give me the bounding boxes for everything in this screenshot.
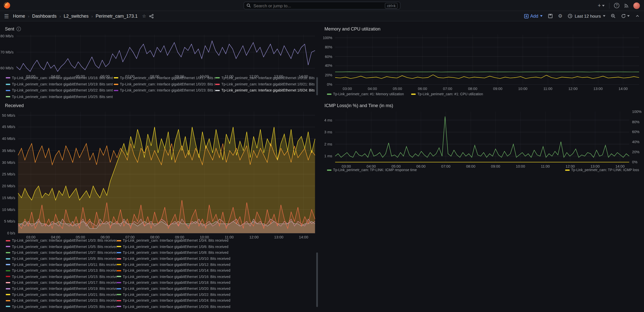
- legend-series-marker: [117, 270, 121, 271]
- panel-title-label: Received: [5, 103, 24, 108]
- received-chart[interactable]: 50 Mb/s45 Mb/s40 Mb/s35 Mb/s30 Mb/s25 Mb…: [18, 112, 315, 233]
- panel-title-label: Sent: [5, 26, 14, 31]
- settings-gear-icon[interactable]: ⚙: [558, 14, 563, 19]
- avatar[interactable]: [633, 2, 640, 9]
- legend-item[interactable]: Tp-Link_perimetr_cam: Interface gigabitE…: [6, 76, 114, 80]
- add-button[interactable]: Add: [524, 14, 542, 19]
- legend-item[interactable]: Tp-Link_perimetr_cam: Interface gigabitE…: [215, 76, 315, 80]
- legend-item[interactable]: Tp-Link_perimetr_cam: Interface gigabitE…: [6, 251, 117, 255]
- legend-item[interactable]: Tp-Link_perimetr_cam: Interface gigabitE…: [6, 274, 117, 278]
- share-icon[interactable]: [149, 14, 154, 18]
- sent-chart[interactable]: 80 Mb/s70 Mb/s60 Mb/s03:0004:0005:0006:0…: [16, 35, 315, 72]
- panel-title-received[interactable]: Received: [5, 103, 24, 108]
- legend-series-label: Tp-Link_perimetr_cam: Interface gigabitE…: [120, 76, 215, 80]
- legend-item[interactable]: Tp-Link_perimetr_cam: TP-LINK: ICMP resp…: [327, 168, 417, 172]
- divider: [609, 3, 610, 9]
- time-range-picker[interactable]: Last 12 hours: [568, 14, 605, 19]
- topbar-actions: + ?: [598, 0, 640, 11]
- legend-series-marker: [6, 252, 10, 253]
- breadcrumb-home[interactable]: Home: [13, 14, 25, 19]
- news-rss-icon[interactable]: [624, 3, 629, 8]
- y-tick-label: 60%: [325, 54, 332, 58]
- breadcrumb-dashboards[interactable]: Dashboards: [32, 14, 57, 19]
- search-box[interactable]: ctrl+k: [244, 2, 400, 10]
- refresh-button[interactable]: [621, 14, 630, 19]
- legend-item[interactable]: Tp-Link_perimetr_cam: Interface gigabitE…: [117, 263, 314, 267]
- legend-item[interactable]: Tp-Link_perimetr_cam: Interface gigabitE…: [6, 293, 117, 297]
- legend-series-marker: [215, 77, 220, 79]
- y-tick-label: 70 Mb/s: [1, 50, 14, 54]
- y-tick-label: 100%: [323, 36, 332, 40]
- legend-series-marker: [6, 240, 10, 241]
- search-input[interactable]: [253, 3, 383, 8]
- panel-title-memory[interactable]: Memory and CPU utilization: [325, 26, 380, 31]
- legend-item[interactable]: Tp-Link_perimetr_cam: Interface gigabitE…: [117, 257, 314, 261]
- legend-item[interactable]: Tp-Link_perimetr_cam: Interface gigabitE…: [6, 299, 117, 303]
- legend-item[interactable]: Tp-Link_perimetr_cam: #1: Memory utiliza…: [327, 92, 404, 96]
- legend-series-marker: [565, 169, 569, 171]
- legend-item[interactable]: Tp-Link_perimetr_cam: Interface gigabitE…: [6, 245, 117, 249]
- legend-item[interactable]: Tp-Link_perimetr_cam: Interface gigabitE…: [6, 280, 117, 285]
- y-tick-label: 2 ms: [324, 142, 332, 146]
- legend-item[interactable]: Tp-Link_perimetr_cam: Interface gigabitE…: [6, 304, 117, 308]
- legend-item[interactable]: Tp-Link_perimetr_cam: Interface gigabitE…: [117, 239, 314, 243]
- legend-series-marker: [6, 258, 10, 259]
- legend-item[interactable]: Tp-Link_perimetr_cam: Interface gigabitE…: [117, 299, 314, 303]
- legend-item[interactable]: Tp-Link_perimetr_cam: Interface gigabitE…: [114, 82, 215, 86]
- y-tick-label: 40%: [632, 140, 639, 144]
- zoom-out-icon[interactable]: [611, 14, 616, 19]
- legend-item[interactable]: Tp-Link_perimetr_cam: Interface gigabitE…: [117, 280, 314, 285]
- legend-item[interactable]: Tp-Link_perimetr_cam: Interface gigabitE…: [114, 88, 215, 92]
- panel-info-icon[interactable]: i: [16, 26, 21, 31]
- legend-item[interactable]: Tp-Link_perimetr_cam: Interface gigabitE…: [215, 82, 315, 86]
- legend-item[interactable]: Tp-Link_perimetr_cam: Interface gigabitE…: [6, 269, 117, 273]
- legend-item[interactable]: Tp-Link_perimetr_cam: Interface gigabitE…: [6, 95, 114, 99]
- legend-item[interactable]: Tp-Link_perimetr_cam: Interface gigabitE…: [6, 263, 117, 267]
- breadcrumb-separator: ›: [60, 14, 61, 18]
- icmp-chart[interactable]: 4 ms3 ms2 ms1 ms100%80%60%40%20%0%03:000…: [335, 112, 629, 162]
- legend-item[interactable]: Tp-Link_perimetr_cam: #1: CPU utilizatio…: [411, 92, 483, 96]
- legend-item[interactable]: Tp-Link_perimetr_cam: Interface gigabitE…: [6, 287, 117, 291]
- legend-series-marker: [117, 252, 121, 253]
- panel-title-icmp[interactable]: ICMP Loss(in %) and Time (in ms): [325, 103, 393, 108]
- legend-item[interactable]: Tp-Link_perimetr_cam: Interface gigabitE…: [6, 88, 114, 92]
- star-icon[interactable]: ☆: [142, 14, 146, 18]
- legend-item[interactable]: Tp-Link_perimetr_cam: Interface gigabitE…: [117, 287, 314, 291]
- panel-title-label: ICMP Loss(in %) and Time (in ms): [325, 103, 393, 108]
- menu-icon[interactable]: ☰: [4, 13, 9, 19]
- legend-series-label: Tp-Link_perimetr_cam: Interface gigabitE…: [12, 287, 116, 291]
- legend-item[interactable]: Tp-Link_perimetr_cam: Interface gigabitE…: [6, 239, 117, 243]
- add-button-label: Add: [530, 14, 538, 19]
- legend-series-label: Tp-Link_perimetr_cam: #1: CPU utilizatio…: [418, 92, 483, 96]
- legend-series-marker: [6, 306, 10, 307]
- help-icon[interactable]: ?: [614, 3, 619, 8]
- x-tick-label: 12:00: [568, 87, 578, 91]
- legend-item[interactable]: Tp-Link_perimetr_cam: Interface gigabitE…: [117, 245, 314, 249]
- legend-item[interactable]: Tp-Link_perimetr_cam: TP-LINK: ICMP loss: [565, 168, 639, 172]
- search-icon: [246, 3, 251, 8]
- memory-cpu-chart[interactable]: 100%80%60%40%20%0%03:0004:0005:0006:0007…: [335, 35, 639, 85]
- panel-title-sent[interactable]: Sent i: [5, 26, 21, 31]
- legend-item[interactable]: Tp-Link_perimetr_cam: Interface gigabitE…: [6, 257, 117, 261]
- legend-item[interactable]: Tp-Link_perimetr_cam: Interface gigabitE…: [117, 274, 314, 278]
- sent-legend-scrollbar[interactable]: [316, 77, 318, 95]
- legend-item[interactable]: Tp-Link_perimetr_cam: Interface gigabitE…: [117, 251, 314, 255]
- x-tick-label: 13:00: [593, 87, 603, 91]
- legend-item[interactable]: Tp-Link_perimetr_cam: Interface gigabitE…: [114, 76, 215, 80]
- breadcrumb-folder[interactable]: L2_switches: [64, 14, 89, 19]
- top-bar: ctrl+k + ?: [0, 0, 644, 11]
- breadcrumb-dashboard-title[interactable]: Perimetr_cam_173.1: [96, 14, 137, 19]
- grafana-logo-icon[interactable]: [3, 2, 11, 9]
- legend-item[interactable]: Tp-Link_perimetr_cam: Interface gigabitE…: [215, 88, 315, 92]
- legend-item[interactable]: Tp-Link_perimetr_cam: Interface gigabitE…: [117, 304, 314, 308]
- legend-series-label: Tp-Link_perimetr_cam: Interface gigabitE…: [120, 88, 215, 92]
- legend-item[interactable]: Tp-Link_perimetr_cam: Interface gigabitE…: [117, 293, 314, 297]
- x-tick-label: 10:00: [518, 87, 528, 91]
- legend-item[interactable]: Tp-Link_perimetr_cam: Interface gigabitE…: [6, 82, 114, 86]
- new-button[interactable]: +: [598, 3, 605, 8]
- chevron-up-icon[interactable]: [635, 14, 640, 19]
- received-legend-scrollbar[interactable]: [316, 253, 318, 307]
- legend-series-marker: [6, 282, 10, 283]
- save-dashboard-icon[interactable]: [548, 14, 553, 19]
- legend-item[interactable]: Tp-Link_perimetr_cam: Interface gigabitE…: [117, 269, 314, 273]
